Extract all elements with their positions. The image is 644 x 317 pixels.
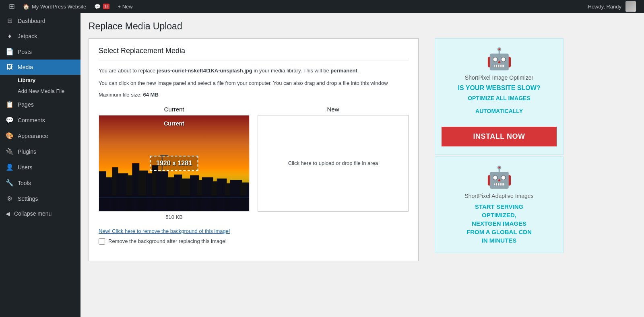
avatar (625, 1, 636, 12)
admin-bar-site-name[interactable]: 🏠 My WordPress Website (19, 0, 90, 13)
admin-bar-comments[interactable]: 💬 0 (90, 0, 114, 13)
plugins-icon: 🔌 (6, 148, 14, 155)
collapse-icon: ◀ (6, 210, 10, 217)
svg-rect-27 (99, 197, 249, 198)
new-image-panel: New Click here to upload or drop file in… (258, 106, 409, 220)
ad2-robot-icon: 🤖 (442, 165, 557, 189)
replacement-form: Select Replacement Media You are about t… (89, 38, 419, 261)
pages-icon: 📋 (6, 101, 14, 108)
current-overlay-label: Current (164, 120, 184, 127)
file-size-info: Maximum file size: 64 MB (99, 92, 409, 98)
remove-bg-checkbox-row: Remove the background after replacing th… (99, 238, 409, 245)
collapse-menu-button[interactable]: ◀ Collapse menu (0, 206, 80, 221)
upload-dropzone[interactable]: Click here to upload or drop file in are… (258, 115, 409, 212)
comments-menu-icon: 💬 (6, 116, 14, 124)
ad2-cta: START SERVING OPTIMIZED, NEXTGEN IMAGES … (442, 202, 557, 245)
description-text-2: You can click on the new image panel and… (99, 79, 409, 88)
media-icon: 🖼 (6, 64, 14, 71)
sidebar-item-tools[interactable]: 🔧 Tools (0, 175, 80, 191)
ad1-subheadline2: AUTOMATICALLY (442, 108, 557, 114)
sidebar-item-jetpack[interactable]: ♦ Jetpack (0, 29, 80, 44)
sidebar-item-appearance[interactable]: 🎨 Appearance (0, 128, 80, 144)
filename-link[interactable]: jesus-curiel-nskeft4t1KA-unsplash.jpg (157, 68, 252, 74)
home-icon: 🏠 (23, 4, 29, 10)
users-icon: 👤 (6, 163, 14, 171)
remove-bg-checkbox[interactable] (99, 238, 105, 245)
replacement-panel: Select Replacement Media You are about t… (89, 38, 419, 261)
sidebar-item-posts[interactable]: 📄 Posts (0, 44, 80, 60)
sidebar: ⊞ Dashboard ♦ Jetpack 📄 Posts 🖼 Media Li… (0, 13, 80, 317)
ad1-headline: IS YOUR WEBSITE SLOW? (442, 84, 557, 93)
main-content: Replace Media Upload Select Replacement … (80, 13, 644, 317)
dashboard-icon: ⊞ (6, 17, 14, 25)
sidebar-ads: 🤖 ShortPixel Image Optimizer IS YOUR WEB… (435, 38, 564, 253)
sidebar-item-media[interactable]: 🖼 Media (0, 60, 80, 75)
ad-shortpixel-adaptive: 🤖 ShortPixel Adaptive Images START SERVI… (435, 156, 564, 253)
sidebar-item-settings[interactable]: ⚙ Settings (0, 191, 80, 206)
ad2-title: ShortPixel Adaptive Images (442, 193, 557, 199)
ad-shortpixel-optimizer: 🤖 ShortPixel Image Optimizer IS YOUR WEB… (435, 38, 564, 155)
settings-icon: ⚙ (6, 195, 14, 202)
jetpack-icon: ♦ (6, 33, 14, 40)
sidebar-submenu-add-new[interactable]: Add New Media File (0, 86, 80, 97)
appearance-icon: 🎨 (6, 132, 14, 140)
ad1-title: ShortPixel Image Optimizer (442, 74, 557, 81)
remove-bg-link[interactable]: New! Click here to remove the background… (99, 228, 409, 234)
admin-bar-new[interactable]: + New (114, 0, 136, 13)
image-dimensions: 1920 x 1281 (150, 156, 198, 171)
comments-icon: 💬 (94, 4, 101, 10)
admin-bar-user: Howdy, Randy (588, 1, 639, 12)
current-image-panel: Current Current (99, 106, 250, 220)
current-image-box: Current (99, 115, 250, 212)
sidebar-item-dashboard[interactable]: ⊞ Dashboard (0, 13, 80, 29)
sidebar-item-comments[interactable]: 💬 Comments (0, 112, 80, 128)
sidebar-submenu-library[interactable]: Library (0, 75, 80, 86)
wp-logo[interactable]: ⊞ (5, 2, 19, 11)
remove-bg-checkbox-label: Remove the background after replacing th… (108, 238, 227, 244)
current-image-label: Current (99, 106, 250, 113)
tools-icon: 🔧 (6, 179, 14, 187)
image-panels: Current Current (99, 106, 409, 220)
sidebar-item-plugins[interactable]: 🔌 Plugins (0, 144, 80, 159)
ad1-subheadline1: OPTIMIZE ALL IMAGES (442, 95, 557, 101)
install-now-button[interactable]: INSTALL NOW (442, 127, 557, 146)
new-image-label: New (258, 106, 409, 113)
posts-icon: 📄 (6, 48, 14, 56)
description-text-1: You are about to replace jesus-curiel-ns… (99, 67, 409, 75)
comments-count: 0 (103, 4, 109, 9)
image-filesize: 510 KB (99, 214, 250, 220)
panel-title: Select Replacement Media (99, 47, 409, 60)
sidebar-item-pages[interactable]: 📋 Pages (0, 97, 80, 112)
sidebar-item-users[interactable]: 👤 Users (0, 159, 80, 175)
ad1-robot-icon: 🤖 (442, 47, 557, 71)
current-image-bg: 1920 x 1281 (99, 115, 249, 211)
page-title: Replace Media Upload (89, 21, 564, 32)
admin-bar: ⊞ 🏠 My WordPress Website 💬 0 + New Howdy… (0, 0, 644, 13)
